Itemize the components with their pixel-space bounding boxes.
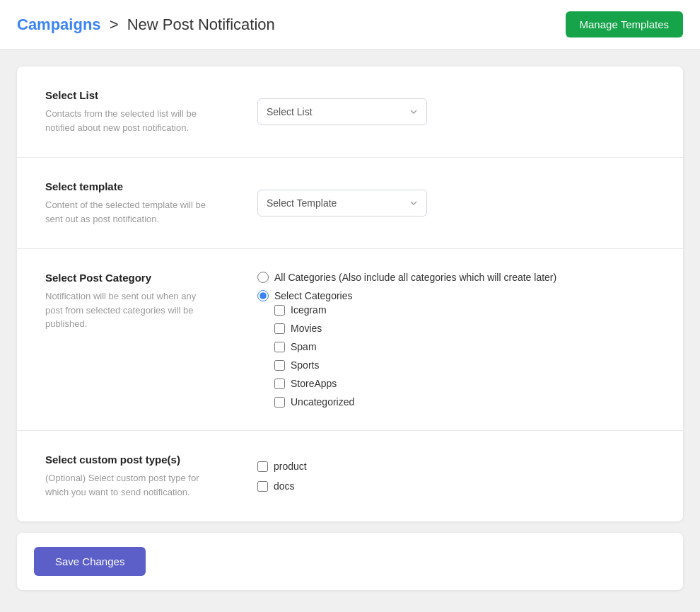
- form-card: Select List Contacts from the selected l…: [17, 67, 683, 521]
- category-movies-item[interactable]: Movies: [274, 323, 655, 334]
- category-spam-item[interactable]: Spam: [274, 341, 655, 352]
- category-storeapps-label: StoreApps: [291, 378, 337, 389]
- select-custom-post-content: product docs: [257, 454, 655, 499]
- select-custom-post-section: Select custom post type(s) (Optional) Se…: [17, 431, 683, 521]
- select-post-category-section: Select Post Category Notification will b…: [17, 249, 683, 431]
- breadcrumb-current: New Post Notification: [127, 16, 275, 33]
- category-icegram-checkbox[interactable]: [274, 305, 285, 316]
- category-sports-checkbox[interactable]: [274, 360, 285, 371]
- category-icegram-item[interactable]: Icegram: [274, 304, 655, 316]
- select-custom-post-description: (Optional) Select custom post type for w…: [45, 471, 215, 499]
- select-template-content: Select Template: [257, 180, 655, 226]
- category-uncategorized-label: Uncategorized: [291, 396, 354, 408]
- category-uncategorized-item[interactable]: Uncategorized: [274, 396, 655, 408]
- all-categories-radio-item[interactable]: All Categories (Also include all categor…: [257, 272, 655, 283]
- select-list-title: Select List: [45, 89, 215, 101]
- select-custom-post-title: Select custom post type(s): [45, 454, 215, 466]
- select-list-description: Contacts from the selected list will be …: [45, 107, 215, 134]
- breadcrumb-separator: >: [110, 16, 119, 33]
- footer-bar: Save Changes: [17, 533, 683, 590]
- select-list-dropdown[interactable]: Select List: [257, 98, 427, 125]
- breadcrumb: Campaigns > New Post Notification: [17, 16, 275, 34]
- select-template-label-area: Select template Content of the selected …: [45, 180, 215, 226]
- category-sports-item[interactable]: Sports: [274, 359, 655, 371]
- category-storeapps-item[interactable]: StoreApps: [274, 378, 655, 389]
- select-list-label-area: Select List Contacts from the selected l…: [45, 89, 215, 134]
- select-category-content: All Categories (Also include all categor…: [257, 272, 655, 408]
- select-template-description: Content of the selected template will be…: [45, 198, 215, 226]
- select-category-description: Notification will be sent out when any p…: [45, 289, 215, 331]
- custom-type-product-checkbox[interactable]: [257, 461, 268, 472]
- custom-type-checkbox-group: product docs: [257, 461, 655, 492]
- manage-templates-button[interactable]: Manage Templates: [566, 11, 683, 37]
- select-categories-label: Select Categories: [274, 290, 353, 301]
- all-categories-radio[interactable]: [257, 272, 269, 283]
- category-radio-group: All Categories (Also include all categor…: [257, 272, 655, 301]
- category-icegram-label: Icegram: [291, 304, 327, 316]
- category-spam-checkbox[interactable]: [274, 342, 285, 352]
- breadcrumb-campaigns-link[interactable]: Campaigns: [17, 16, 101, 33]
- custom-type-product-item[interactable]: product: [257, 461, 655, 472]
- custom-type-product-label: product: [274, 461, 307, 472]
- categories-checkbox-group: Icegram Movies Spam Sports: [274, 304, 655, 408]
- category-sports-label: Sports: [291, 359, 319, 371]
- select-template-title: Select template: [45, 180, 215, 192]
- category-movies-checkbox[interactable]: [274, 323, 285, 334]
- custom-type-docs-checkbox[interactable]: [257, 481, 268, 492]
- select-category-label-area: Select Post Category Notification will b…: [45, 272, 215, 408]
- save-changes-button[interactable]: Save Changes: [34, 547, 146, 576]
- header: Campaigns > New Post Notification Manage…: [0, 0, 700, 50]
- all-categories-label: All Categories (Also include all categor…: [274, 272, 556, 283]
- category-movies-label: Movies: [291, 323, 322, 334]
- select-custom-post-label-area: Select custom post type(s) (Optional) Se…: [45, 454, 215, 499]
- category-spam-label: Spam: [291, 341, 317, 352]
- select-template-section: Select template Content of the selected …: [17, 158, 683, 249]
- select-category-title: Select Post Category: [45, 272, 215, 284]
- select-list-content: Select List: [257, 89, 655, 134]
- select-categories-radio[interactable]: [257, 290, 269, 301]
- main-content: Select List Contacts from the selected l…: [0, 50, 700, 607]
- category-uncategorized-checkbox[interactable]: [274, 397, 285, 408]
- category-storeapps-checkbox[interactable]: [274, 379, 285, 389]
- select-template-dropdown[interactable]: Select Template: [257, 190, 427, 216]
- select-categories-radio-item[interactable]: Select Categories: [257, 290, 655, 301]
- select-list-section: Select List Contacts from the selected l…: [17, 67, 683, 158]
- custom-type-docs-label: docs: [274, 480, 295, 492]
- custom-type-docs-item[interactable]: docs: [257, 480, 655, 492]
